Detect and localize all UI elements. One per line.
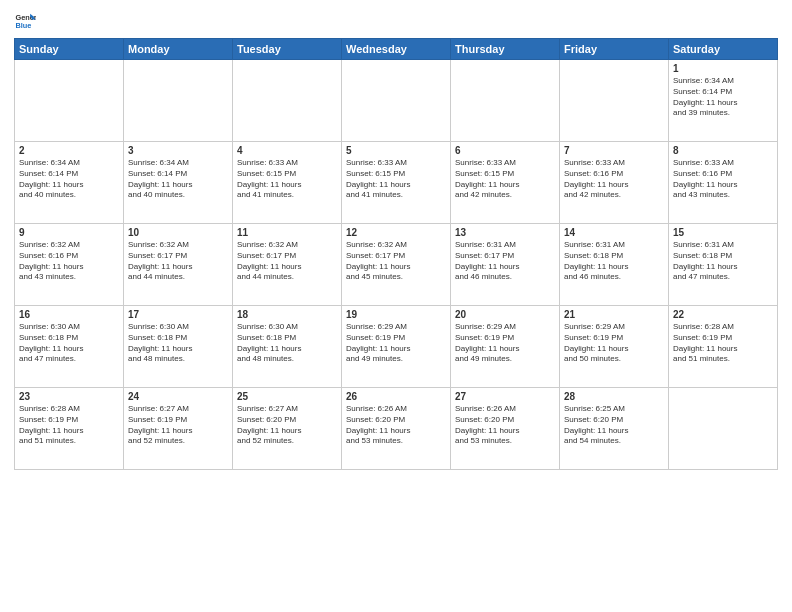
day-number: 9	[19, 227, 119, 238]
calendar-cell: 28Sunrise: 6:25 AM Sunset: 6:20 PM Dayli…	[560, 388, 669, 470]
day-info: Sunrise: 6:25 AM Sunset: 6:20 PM Dayligh…	[564, 404, 664, 447]
calendar-week-row: 16Sunrise: 6:30 AM Sunset: 6:18 PM Dayli…	[15, 306, 778, 388]
calendar-cell: 9Sunrise: 6:32 AM Sunset: 6:16 PM Daylig…	[15, 224, 124, 306]
weekday-header-sunday: Sunday	[15, 39, 124, 60]
day-info: Sunrise: 6:32 AM Sunset: 6:16 PM Dayligh…	[19, 240, 119, 283]
day-info: Sunrise: 6:30 AM Sunset: 6:18 PM Dayligh…	[128, 322, 228, 365]
calendar-cell	[560, 60, 669, 142]
day-info: Sunrise: 6:33 AM Sunset: 6:15 PM Dayligh…	[237, 158, 337, 201]
day-info: Sunrise: 6:27 AM Sunset: 6:20 PM Dayligh…	[237, 404, 337, 447]
calendar-cell: 15Sunrise: 6:31 AM Sunset: 6:18 PM Dayli…	[669, 224, 778, 306]
calendar-cell: 4Sunrise: 6:33 AM Sunset: 6:15 PM Daylig…	[233, 142, 342, 224]
calendar-cell: 25Sunrise: 6:27 AM Sunset: 6:20 PM Dayli…	[233, 388, 342, 470]
calendar-week-row: 2Sunrise: 6:34 AM Sunset: 6:14 PM Daylig…	[15, 142, 778, 224]
day-info: Sunrise: 6:30 AM Sunset: 6:18 PM Dayligh…	[19, 322, 119, 365]
day-number: 13	[455, 227, 555, 238]
day-number: 18	[237, 309, 337, 320]
calendar-week-row: 9Sunrise: 6:32 AM Sunset: 6:16 PM Daylig…	[15, 224, 778, 306]
day-info: Sunrise: 6:31 AM Sunset: 6:18 PM Dayligh…	[673, 240, 773, 283]
calendar-cell: 21Sunrise: 6:29 AM Sunset: 6:19 PM Dayli…	[560, 306, 669, 388]
calendar-cell	[233, 60, 342, 142]
day-info: Sunrise: 6:30 AM Sunset: 6:18 PM Dayligh…	[237, 322, 337, 365]
calendar-cell	[342, 60, 451, 142]
day-info: Sunrise: 6:32 AM Sunset: 6:17 PM Dayligh…	[237, 240, 337, 283]
weekday-header-monday: Monday	[124, 39, 233, 60]
day-info: Sunrise: 6:31 AM Sunset: 6:18 PM Dayligh…	[564, 240, 664, 283]
day-number: 4	[237, 145, 337, 156]
day-info: Sunrise: 6:33 AM Sunset: 6:15 PM Dayligh…	[346, 158, 446, 201]
day-info: Sunrise: 6:27 AM Sunset: 6:19 PM Dayligh…	[128, 404, 228, 447]
day-info: Sunrise: 6:34 AM Sunset: 6:14 PM Dayligh…	[128, 158, 228, 201]
calendar-week-row: 23Sunrise: 6:28 AM Sunset: 6:19 PM Dayli…	[15, 388, 778, 470]
day-number: 11	[237, 227, 337, 238]
logo-icon: General Blue	[14, 10, 36, 32]
logo: General Blue	[14, 10, 40, 32]
day-info: Sunrise: 6:33 AM Sunset: 6:15 PM Dayligh…	[455, 158, 555, 201]
day-info: Sunrise: 6:26 AM Sunset: 6:20 PM Dayligh…	[455, 404, 555, 447]
calendar-cell: 20Sunrise: 6:29 AM Sunset: 6:19 PM Dayli…	[451, 306, 560, 388]
day-info: Sunrise: 6:28 AM Sunset: 6:19 PM Dayligh…	[19, 404, 119, 447]
day-number: 7	[564, 145, 664, 156]
calendar-cell: 24Sunrise: 6:27 AM Sunset: 6:19 PM Dayli…	[124, 388, 233, 470]
day-info: Sunrise: 6:34 AM Sunset: 6:14 PM Dayligh…	[19, 158, 119, 201]
weekday-header-wednesday: Wednesday	[342, 39, 451, 60]
day-number: 28	[564, 391, 664, 402]
calendar-cell: 16Sunrise: 6:30 AM Sunset: 6:18 PM Dayli…	[15, 306, 124, 388]
day-number: 15	[673, 227, 773, 238]
day-number: 5	[346, 145, 446, 156]
calendar-cell: 22Sunrise: 6:28 AM Sunset: 6:19 PM Dayli…	[669, 306, 778, 388]
calendar-cell	[451, 60, 560, 142]
day-number: 24	[128, 391, 228, 402]
calendar-cell: 17Sunrise: 6:30 AM Sunset: 6:18 PM Dayli…	[124, 306, 233, 388]
day-number: 6	[455, 145, 555, 156]
calendar-cell: 2Sunrise: 6:34 AM Sunset: 6:14 PM Daylig…	[15, 142, 124, 224]
day-number: 17	[128, 309, 228, 320]
calendar-cell: 1Sunrise: 6:34 AM Sunset: 6:14 PM Daylig…	[669, 60, 778, 142]
day-number: 19	[346, 309, 446, 320]
day-info: Sunrise: 6:32 AM Sunset: 6:17 PM Dayligh…	[346, 240, 446, 283]
day-info: Sunrise: 6:26 AM Sunset: 6:20 PM Dayligh…	[346, 404, 446, 447]
day-number: 3	[128, 145, 228, 156]
day-number: 2	[19, 145, 119, 156]
calendar-table: SundayMondayTuesdayWednesdayThursdayFrid…	[14, 38, 778, 470]
day-number: 26	[346, 391, 446, 402]
calendar-cell: 5Sunrise: 6:33 AM Sunset: 6:15 PM Daylig…	[342, 142, 451, 224]
calendar-cell	[669, 388, 778, 470]
calendar-header-row: SundayMondayTuesdayWednesdayThursdayFrid…	[15, 39, 778, 60]
calendar-cell: 26Sunrise: 6:26 AM Sunset: 6:20 PM Dayli…	[342, 388, 451, 470]
calendar-cell: 13Sunrise: 6:31 AM Sunset: 6:17 PM Dayli…	[451, 224, 560, 306]
weekday-header-tuesday: Tuesday	[233, 39, 342, 60]
day-number: 14	[564, 227, 664, 238]
day-number: 20	[455, 309, 555, 320]
day-info: Sunrise: 6:32 AM Sunset: 6:17 PM Dayligh…	[128, 240, 228, 283]
calendar-cell: 18Sunrise: 6:30 AM Sunset: 6:18 PM Dayli…	[233, 306, 342, 388]
calendar-cell	[15, 60, 124, 142]
calendar-cell: 11Sunrise: 6:32 AM Sunset: 6:17 PM Dayli…	[233, 224, 342, 306]
calendar-cell: 14Sunrise: 6:31 AM Sunset: 6:18 PM Dayli…	[560, 224, 669, 306]
calendar-cell: 12Sunrise: 6:32 AM Sunset: 6:17 PM Dayli…	[342, 224, 451, 306]
day-info: Sunrise: 6:33 AM Sunset: 6:16 PM Dayligh…	[673, 158, 773, 201]
svg-text:Blue: Blue	[15, 21, 31, 30]
calendar-cell: 8Sunrise: 6:33 AM Sunset: 6:16 PM Daylig…	[669, 142, 778, 224]
calendar-cell	[124, 60, 233, 142]
day-number: 16	[19, 309, 119, 320]
calendar-cell: 27Sunrise: 6:26 AM Sunset: 6:20 PM Dayli…	[451, 388, 560, 470]
day-info: Sunrise: 6:33 AM Sunset: 6:16 PM Dayligh…	[564, 158, 664, 201]
day-info: Sunrise: 6:29 AM Sunset: 6:19 PM Dayligh…	[564, 322, 664, 365]
day-number: 25	[237, 391, 337, 402]
calendar-cell: 23Sunrise: 6:28 AM Sunset: 6:19 PM Dayli…	[15, 388, 124, 470]
page-header: General Blue	[14, 10, 778, 32]
day-info: Sunrise: 6:31 AM Sunset: 6:17 PM Dayligh…	[455, 240, 555, 283]
calendar-week-row: 1Sunrise: 6:34 AM Sunset: 6:14 PM Daylig…	[15, 60, 778, 142]
day-number: 22	[673, 309, 773, 320]
day-number: 21	[564, 309, 664, 320]
day-number: 1	[673, 63, 773, 74]
day-info: Sunrise: 6:29 AM Sunset: 6:19 PM Dayligh…	[346, 322, 446, 365]
day-number: 10	[128, 227, 228, 238]
weekday-header-friday: Friday	[560, 39, 669, 60]
day-info: Sunrise: 6:34 AM Sunset: 6:14 PM Dayligh…	[673, 76, 773, 119]
day-number: 12	[346, 227, 446, 238]
weekday-header-thursday: Thursday	[451, 39, 560, 60]
day-number: 23	[19, 391, 119, 402]
calendar-cell: 19Sunrise: 6:29 AM Sunset: 6:19 PM Dayli…	[342, 306, 451, 388]
